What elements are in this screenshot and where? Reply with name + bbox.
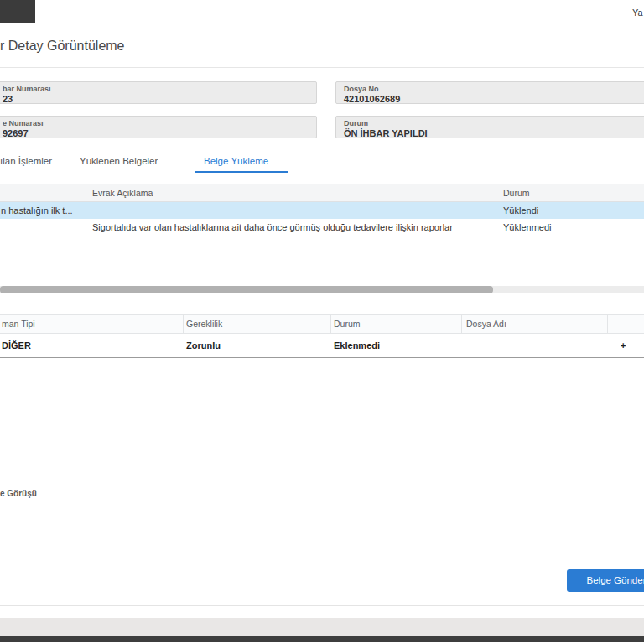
send-documents-button[interactable]: Belge Gönder [567,569,644,592]
title-divider [0,67,644,68]
field-value: 23 [3,94,316,104]
field-label: Dosya No [344,85,644,93]
window-corner-dark [0,0,35,23]
page-title: r Detay Görüntüleme [0,39,125,54]
active-tab-underline [195,171,288,173]
add-file-plus-icon[interactable]: + [621,334,626,357]
field-value: 42101062689 [344,94,644,104]
cell-durum: Eklenmedi [334,334,380,357]
horizontal-scrollbar-thumb[interactable] [0,286,493,293]
field-durum: Durum ÖN İHBAR YAPILDI [335,116,644,138]
field-value: ÖN İHBAR YAPILDI [344,128,644,138]
cell-dokuman-tipi: DİĞER [2,334,31,357]
footer-band [0,618,644,636]
field-label: bar Numarası [3,85,316,93]
header-durum: Durum [503,184,530,201]
tab-yuklenen-belgeler[interactable]: Yüklenen Belgeler [80,156,158,166]
row-status: Yüklendi [503,202,538,219]
opinion-section-label: e Görüşü [0,489,37,498]
header-durum: Durum [334,315,361,333]
field-dosya-no: Dosya No 42101062689 [335,81,644,104]
field-label: Durum [344,119,644,127]
cell-gereklilik: Zorunlu [186,334,221,357]
footer-divider [0,605,644,606]
column-divider [461,315,462,333]
header-evrak-aciklama: Evrak Açıklama [92,184,153,201]
help-link[interactable]: Ya [632,8,643,18]
header-gereklilik: Gereklilik [186,315,222,333]
column-divider [607,315,608,333]
column-divider [183,315,184,333]
table-row[interactable]: DİĞER Zorunlu Eklenmedi + [0,334,644,358]
detail-view-page: Ya r Detay Görüntüleme bar Numarası 23 D… [0,0,644,644]
row-description: n hastalığın ilk t... [1,202,73,219]
field-ihbar-numarasi: bar Numarası 23 [0,81,317,104]
header-dokuman-tipi: man Tipi [2,315,35,333]
table-row[interactable]: Sigortalıda var olan hastalıklarına ait … [0,219,644,236]
upload-table-header: man Tipi Gereklilik Durum Dosya Adı [0,314,644,334]
field-police-numarasi: e Numarası 92697 [0,116,317,138]
documents-table-header: Evrak Açıklama Durum [0,184,644,202]
taskbar-strip [0,636,644,642]
column-divider [330,315,331,333]
field-label: e Numarası [3,119,316,127]
row-description: Sigortalıda var olan hastalıklarına ait … [92,219,453,236]
tab-belge-yukleme[interactable]: Belge Yükleme [204,156,268,166]
header-dosya-adi: Dosya Adı [466,315,506,333]
field-value: 92697 [3,128,316,138]
table-row[interactable]: n hastalığın ilk t... Yüklendi [0,202,644,219]
tab-yapilan-islemler[interactable]: ılan İşlemler [0,156,52,166]
row-status: Yüklenmedi [503,219,551,236]
